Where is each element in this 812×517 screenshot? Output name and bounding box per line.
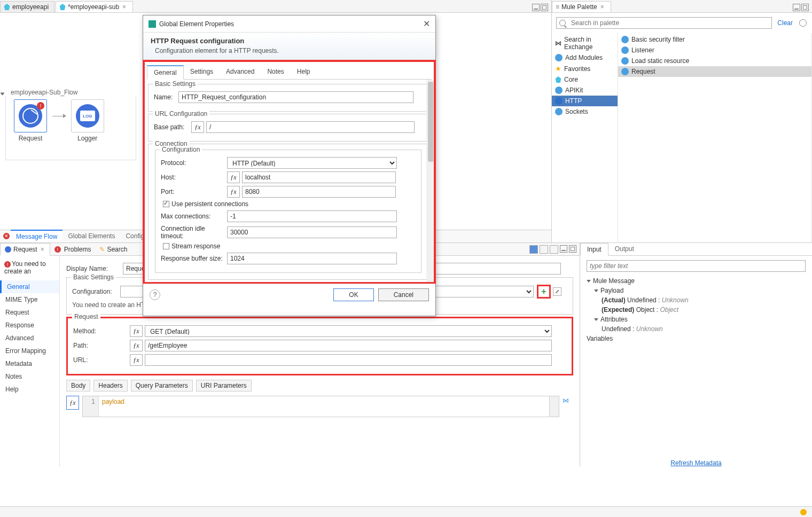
- sidebar-item-response[interactable]: Response: [0, 319, 59, 332]
- sidebar-item-general[interactable]: General: [0, 280, 59, 293]
- dtab-help[interactable]: Help: [291, 65, 317, 79]
- palette-core[interactable]: Core: [552, 74, 618, 85]
- fx-icon[interactable]: ƒx: [227, 186, 240, 198]
- subtab-body[interactable]: Body: [66, 380, 90, 391]
- toolbar-icon[interactable]: [540, 245, 548, 254]
- subtab-uri-params[interactable]: URI Parameters: [196, 380, 252, 391]
- tab-problems[interactable]: !Problems: [50, 244, 96, 255]
- sidebar-item-error-mapping[interactable]: Error Mapping: [0, 344, 59, 357]
- close-icon[interactable]: ×: [599, 3, 605, 11]
- tree-variables[interactable]: Variables: [587, 334, 806, 343]
- name-input[interactable]: [178, 91, 413, 103]
- subtab-query-params[interactable]: Query Parameters: [131, 380, 193, 391]
- dtab-notes[interactable]: Notes: [261, 65, 290, 79]
- sidebar-item-notes[interactable]: Notes: [0, 370, 59, 383]
- subtab-headers[interactable]: Headers: [93, 380, 127, 391]
- persist-checkbox[interactable]: [163, 201, 169, 207]
- palette-search-input[interactable]: [568, 18, 771, 28]
- dtab-settings[interactable]: Settings: [184, 65, 220, 79]
- tree-mule-message[interactable]: Mule Message: [587, 276, 806, 286]
- maximize-icon[interactable]: [541, 4, 548, 11]
- node-logger[interactable]: Logger: [68, 99, 107, 142]
- tree-attributes[interactable]: Attributes: [587, 315, 806, 324]
- close-icon[interactable]: ×: [121, 3, 127, 11]
- minimize-icon[interactable]: [532, 4, 540, 11]
- ok-button[interactable]: OK: [333, 288, 373, 301]
- add-config-button[interactable]: [539, 287, 549, 296]
- sidebar-item-metadata[interactable]: Metadata: [0, 357, 59, 370]
- expand-icon[interactable]: [1, 93, 5, 96]
- close-icon[interactable]: ×: [40, 246, 45, 253]
- maxconn-input[interactable]: [227, 210, 397, 222]
- palette-add-modules[interactable]: Add Modules: [552, 52, 618, 63]
- stream-checkbox[interactable]: [163, 243, 169, 249]
- host-input[interactable]: [242, 171, 396, 183]
- palette-item-basic-security[interactable]: Basic security filter: [618, 34, 811, 45]
- palette-http[interactable]: HTTP: [552, 96, 618, 106]
- tab-employeeapi[interactable]: employeeapi: [0, 1, 54, 12]
- minimize-icon[interactable]: [560, 245, 567, 253]
- path-label: Path:: [73, 342, 130, 349]
- basepath-input[interactable]: [206, 121, 415, 133]
- idle-input[interactable]: [227, 226, 397, 238]
- scrollbar[interactable]: [550, 396, 559, 417]
- fx-icon[interactable]: ƒx: [66, 396, 79, 410]
- palette-item-load-static[interactable]: Load static resource: [618, 56, 811, 66]
- save-icon[interactable]: [529, 245, 538, 254]
- mule-icon: [59, 4, 66, 10]
- tree-attr-val: Undefined : Unknown: [587, 324, 806, 334]
- edit-icon[interactable]: [553, 287, 561, 296]
- path-input[interactable]: [145, 340, 552, 351]
- help-icon[interactable]: ?: [150, 289, 160, 300]
- sidebar-item-request[interactable]: Request: [0, 306, 59, 319]
- port-input[interactable]: [242, 186, 396, 198]
- method-label: Method:: [73, 327, 130, 335]
- minimize-icon[interactable]: [793, 4, 800, 11]
- scrollbar[interactable]: [426, 80, 434, 282]
- tab-search[interactable]: ✎Search: [95, 244, 131, 255]
- maximize-icon[interactable]: [569, 245, 576, 253]
- fx-icon[interactable]: ƒx: [130, 340, 143, 351]
- url-input[interactable]: [145, 354, 552, 366]
- toolbar-icon[interactable]: [550, 245, 558, 254]
- tab-global-elements[interactable]: Global Elements: [63, 230, 120, 242]
- method-select[interactable]: GET (Default): [145, 325, 552, 337]
- tab-message-flow[interactable]: Message Flow: [11, 230, 63, 242]
- fx-icon[interactable]: ƒx: [130, 325, 143, 337]
- protocol-select[interactable]: HTTP (Default): [227, 157, 397, 169]
- fx-icon[interactable]: ƒx: [191, 121, 204, 133]
- sidebar-item-advanced[interactable]: Advanced: [0, 332, 59, 344]
- sidebar-item-help[interactable]: Help: [0, 383, 59, 396]
- dtab-general[interactable]: General: [147, 65, 184, 80]
- gear-icon[interactable]: [799, 19, 807, 27]
- dtab-advanced[interactable]: Advanced: [220, 65, 261, 79]
- sidebar-item-mime[interactable]: MIME Type: [0, 293, 59, 306]
- filter-input[interactable]: [587, 260, 806, 272]
- tab-output[interactable]: Output: [608, 243, 641, 255]
- clear-link[interactable]: Clear: [774, 19, 796, 27]
- maximize-icon[interactable]: [801, 4, 809, 11]
- basepath-label: Base path:: [154, 123, 191, 131]
- close-icon[interactable]: ✕: [423, 19, 430, 29]
- tab-input[interactable]: Input: [580, 243, 608, 256]
- palette-search-exchange[interactable]: ⋈Search in Exchange: [552, 34, 618, 52]
- caret-icon: [594, 318, 598, 321]
- palette-apikit[interactable]: APIKit: [552, 85, 618, 96]
- refresh-metadata-link[interactable]: Refresh Metadata: [580, 459, 812, 467]
- palette-favorites[interactable]: ★Favorites: [552, 63, 618, 74]
- component-icon: [621, 46, 629, 54]
- fx-icon[interactable]: ƒx: [227, 171, 240, 183]
- node-request[interactable]: ! Request: [11, 99, 50, 142]
- cancel-button[interactable]: Cancel: [378, 288, 429, 301]
- code-editor[interactable]: 1 payload: [82, 396, 550, 417]
- tab-mule-palette[interactable]: ≡Mule Palette×: [552, 1, 611, 12]
- tree-payload[interactable]: Payload: [587, 286, 806, 295]
- dataweave-icon[interactable]: ⋈: [563, 397, 573, 408]
- palette-item-request[interactable]: Request: [618, 66, 811, 77]
- palette-sockets[interactable]: Sockets: [552, 106, 618, 117]
- fx-icon[interactable]: ƒx: [130, 354, 143, 366]
- palette-item-listener[interactable]: Listener: [618, 45, 811, 56]
- tab-employeeapi-sub[interactable]: *employeeapi-sub×: [56, 1, 133, 12]
- buf-input[interactable]: [227, 253, 397, 264]
- tab-request[interactable]: Request×: [0, 243, 50, 256]
